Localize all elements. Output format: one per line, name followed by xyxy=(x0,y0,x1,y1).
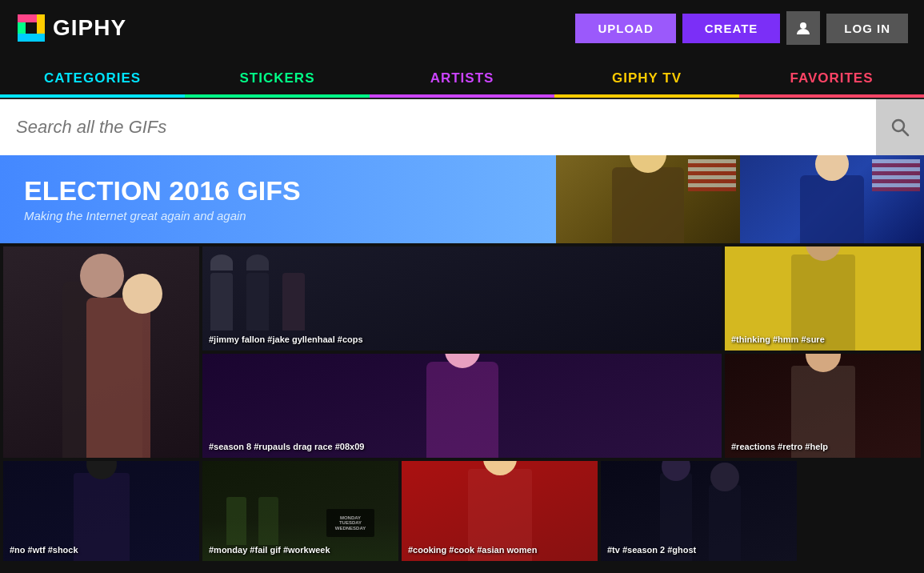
svg-line-6 xyxy=(902,130,908,135)
gif-cell-reactions[interactable]: #reactions #retro #help xyxy=(725,354,921,458)
gif-cell-couple[interactable] xyxy=(3,246,199,458)
banner-images xyxy=(556,155,924,243)
search-bar xyxy=(0,99,924,155)
nav-tabs: CATEGORIES STICKERS ARTISTS GIPHY TV FAV… xyxy=(0,56,924,99)
gif-grid-bottom: #no #wtf #shock MONDAYTUESDAYWEDNESDAY #… xyxy=(3,461,921,561)
avatar-button[interactable] xyxy=(786,11,820,45)
user-icon xyxy=(795,20,811,36)
search-input[interactable] xyxy=(16,117,876,138)
election-banner[interactable]: ELECTION 2016 GIFS Making the Internet g… xyxy=(0,155,924,243)
gif-tags-ghost: #tv #season 2 #ghost xyxy=(607,545,696,555)
tab-categories[interactable]: CATEGORIES xyxy=(0,56,185,98)
gif-cell-monday[interactable]: MONDAYTUESDAYWEDNESDAY #monday #fail gif… xyxy=(202,461,398,561)
search-icon xyxy=(890,117,910,138)
gif-cell-cops[interactable]: #jimmy fallon #jake gyllenhaal #cops xyxy=(202,246,722,351)
gif-tags-thinking: #thinking #hmm #sure xyxy=(731,335,825,344)
search-button[interactable] xyxy=(876,99,924,155)
gif-cell-ghost[interactable]: #tv #season 2 #ghost xyxy=(601,461,797,561)
gif-cell-shock[interactable]: #no #wtf #shock xyxy=(3,461,199,561)
banner-text: ELECTION 2016 GIFS Making the Internet g… xyxy=(0,160,325,238)
gif-tags-monday: #monday #fail gif #workweek xyxy=(209,545,330,555)
giphy-logo-icon xyxy=(16,13,46,43)
create-button[interactable]: CREATE xyxy=(682,14,781,43)
tab-artists[interactable]: ARTISTS xyxy=(370,56,554,98)
gif-tags-cops: #jimmy fallon #jake gyllenhaal #cops xyxy=(209,335,363,344)
logo-area: GIPHY xyxy=(16,13,126,43)
gif-cell-thinking[interactable]: #thinking #hmm #sure xyxy=(725,246,921,351)
gif-cell-cooking[interactable]: #cooking #cook #asian women xyxy=(402,461,598,561)
gif-grid-top: #jimmy fallon #jake gyllenhaal #cops #th… xyxy=(3,246,921,458)
gif-tags-drag: #season 8 #rupauls drag race #08x09 xyxy=(209,442,364,451)
logo-text: GIPHY xyxy=(53,15,126,41)
header-actions: UPLOAD CREATE LOG IN xyxy=(575,11,908,45)
gif-tags-cooking: #cooking #cook #asian women xyxy=(408,545,537,555)
svg-point-4 xyxy=(800,22,806,29)
tab-giphytv[interactable]: GIPHY TV xyxy=(554,56,739,98)
svg-rect-3 xyxy=(18,34,45,42)
gif-tags-shock: #no #wtf #shock xyxy=(10,545,78,555)
gif-tags-reactions: #reactions #retro #help xyxy=(731,442,828,451)
banner-title: ELECTION 2016 GIFS xyxy=(24,176,301,206)
banner-image-clinton xyxy=(740,155,924,243)
login-button[interactable]: LOG IN xyxy=(826,14,908,43)
upload-button[interactable]: UPLOAD xyxy=(575,14,675,43)
banner-subtitle: Making the Internet great again and agai… xyxy=(24,209,301,222)
tab-stickers[interactable]: STICKERS xyxy=(185,56,370,98)
header: GIPHY UPLOAD CREATE LOG IN xyxy=(0,0,924,56)
banner-image-trump xyxy=(556,155,740,243)
gif-cell-drag[interactable]: #season 8 #rupauls drag race #08x09 xyxy=(202,354,722,458)
tab-favorites[interactable]: FAVORITES xyxy=(739,56,924,98)
